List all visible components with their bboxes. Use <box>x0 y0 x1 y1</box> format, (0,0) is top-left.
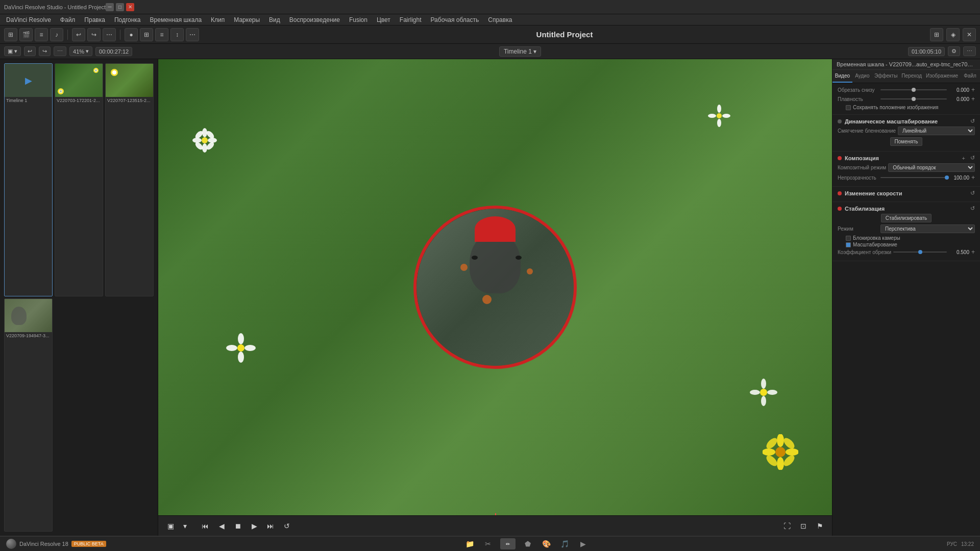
more-btn2[interactable]: ⋯ <box>963 46 976 56</box>
composite-dot[interactable] <box>838 156 842 160</box>
menu-file[interactable]: Файл <box>56 15 80 24</box>
tab-audio[interactable]: Аудио <box>852 70 872 83</box>
blend-select[interactable]: Линейный <box>898 127 975 135</box>
viewer-options-btn[interactable]: ▾ <box>179 520 191 532</box>
tab-file[interactable]: Файл <box>960 70 980 83</box>
view-grid-button[interactable]: ⊞ <box>140 28 153 41</box>
zoom-selector[interactable]: 41% ▾ <box>69 46 92 56</box>
sort-button[interactable]: ↕ <box>170 28 184 41</box>
media-item-v220709[interactable]: V220709-194947-3... <box>4 298 53 532</box>
history-button[interactable]: ⋯ <box>103 28 116 41</box>
undo-button[interactable]: ↩ <box>72 28 85 41</box>
sound-library-toggle[interactable]: ♪ <box>50 28 63 41</box>
fairlight-page-tab[interactable]: 🎵 <box>558 538 571 550</box>
crop-coeff-slider[interactable] <box>893 252 947 253</box>
media-item-v220703[interactable]: V220703-172201-2... <box>55 63 103 296</box>
media-item-timeline1[interactable]: ▶ Timeline 1 <box>4 63 53 296</box>
dynamic-zoom-reset[interactable]: ↺ <box>970 118 975 124</box>
tab-transition[interactable]: Переход <box>899 70 924 83</box>
composite-reset[interactable]: ↺ <box>970 155 975 161</box>
extra-options[interactable]: ⋯ <box>186 28 199 41</box>
redo-btn2[interactable]: ↪ <box>39 46 51 56</box>
cut-page-tab[interactable]: ✂ <box>482 538 494 550</box>
menu-help[interactable]: Справка <box>484 15 516 24</box>
menu-workspace[interactable]: Рабочая область <box>427 15 483 24</box>
close-button[interactable]: ✕ <box>126 3 134 11</box>
play-btn[interactable]: ▶ <box>248 520 260 532</box>
loop-btn[interactable]: ↺ <box>281 520 293 532</box>
aspect-ratio-btn[interactable]: ▣ <box>164 520 177 532</box>
composite-add[interactable]: + <box>962 155 965 161</box>
tab-video[interactable]: Видео <box>832 70 852 83</box>
go-to-start-btn[interactable]: ⏮ <box>199 520 211 532</box>
crop-add-btn[interactable]: + <box>971 86 975 93</box>
tab-effects[interactable]: Эффекты <box>872 70 899 83</box>
opacity-slider[interactable] <box>880 177 947 178</box>
media-item-v220707[interactable]: V220707-123515-2... <box>105 63 154 296</box>
deliver-page-tab[interactable]: ▶ <box>577 538 589 550</box>
maximize-button[interactable]: □ <box>116 3 124 11</box>
effects-toggle[interactable]: 🎬 <box>19 28 33 41</box>
more-btn[interactable]: ⋯ <box>54 46 66 56</box>
stabilize-btn[interactable]: Стабилизировать <box>881 214 932 222</box>
color-page-tab[interactable]: 🎨 <box>540 538 552 550</box>
crop-coeff-label: Коэффициент обрезки <box>838 249 891 255</box>
mode-select[interactable]: Перспектива <box>880 224 975 233</box>
menu-playback[interactable]: Воспроизведение <box>285 15 344 24</box>
scaling-checkbox[interactable] <box>846 242 851 247</box>
fusion-page-tab[interactable]: ⬟ <box>522 538 534 550</box>
smoothness-slider[interactable] <box>880 98 947 99</box>
timeline-selector[interactable]: Timeline 1 ▾ <box>499 46 541 57</box>
media-page-tab[interactable]: 📁 <box>463 538 476 550</box>
view-list-button[interactable]: ≡ <box>155 28 168 41</box>
undo-btn2[interactable]: ↩ <box>24 46 36 56</box>
camera-lock-checkbox[interactable] <box>846 236 851 241</box>
link-button[interactable]: ✕ <box>963 28 976 41</box>
menu-fusion[interactable]: Fusion <box>345 15 372 24</box>
menu-clip[interactable]: Клип <box>207 15 229 24</box>
edit-index-toggle[interactable]: ≡ <box>35 28 48 41</box>
timeline-settings[interactable]: ⊞ <box>930 28 943 41</box>
menu-trim[interactable]: Подгонка <box>110 15 145 24</box>
stop-btn[interactable]: ⏹ <box>232 520 244 532</box>
resolve-logo: DaVinci Resolve 18 PUBLIC BETA <box>6 539 106 549</box>
dynamic-zoom-section: Динамическое масштабирование ↺ Смягчение… <box>832 115 980 152</box>
swap-btn[interactable]: Поменять <box>890 137 923 146</box>
flag-btn[interactable]: ⚑ <box>814 520 826 532</box>
fullscreen-btn[interactable]: ⛶ <box>781 520 793 532</box>
opacity-add[interactable]: + <box>971 174 975 181</box>
redo-button[interactable]: ↪ <box>87 28 101 41</box>
dynamic-zoom-dot[interactable] <box>838 119 842 123</box>
render-button[interactable]: ● <box>125 28 138 41</box>
keep-position-label: Сохранять положение изображения <box>853 105 938 110</box>
crop-coeff-add[interactable]: + <box>971 248 975 256</box>
menu-color[interactable]: Цвет <box>373 15 395 24</box>
tab-image[interactable]: Изображение <box>924 70 960 83</box>
menu-edit[interactable]: Правка <box>80 15 109 24</box>
speed-dot[interactable] <box>838 191 842 195</box>
speed-reset[interactable]: ↺ <box>970 190 975 196</box>
render-btn[interactable]: ⚙ <box>948 46 960 56</box>
crop-slider[interactable] <box>880 89 947 90</box>
menu-davinci[interactable]: DaVinci Resolve <box>2 15 55 24</box>
media-pool-toggle[interactable]: ⊞ <box>4 28 17 41</box>
menu-timeline[interactable]: Временная шкала <box>146 15 206 24</box>
menu-view[interactable]: Вид <box>265 15 284 24</box>
keep-position-checkbox[interactable] <box>846 105 851 110</box>
stabilization-dot[interactable] <box>838 207 842 211</box>
menu-fairlight[interactable]: Fairlight <box>396 15 426 24</box>
pip-btn[interactable]: ⊡ <box>797 520 810 532</box>
viewer-options-button[interactable]: ▣ ▾ <box>4 46 21 56</box>
svg-point-11 <box>238 352 244 363</box>
minimize-button[interactable]: ─ <box>106 3 114 11</box>
go-to-end-btn[interactable]: ⏭ <box>264 520 277 532</box>
step-back-btn[interactable]: ◀ <box>215 520 228 532</box>
mode-label: Режим <box>838 226 878 232</box>
menu-markers[interactable]: Маркеры <box>230 15 264 24</box>
viewer-settings[interactable]: ◈ <box>946 28 960 41</box>
edit-page-tab[interactable]: ✏ <box>500 538 516 549</box>
stabilization-reset[interactable]: ↺ <box>970 205 975 212</box>
thumbnail-v220703 <box>55 64 103 97</box>
composite-mode-select[interactable]: Обычный порядок <box>888 163 975 172</box>
smoothness-add-btn[interactable]: + <box>971 95 975 103</box>
